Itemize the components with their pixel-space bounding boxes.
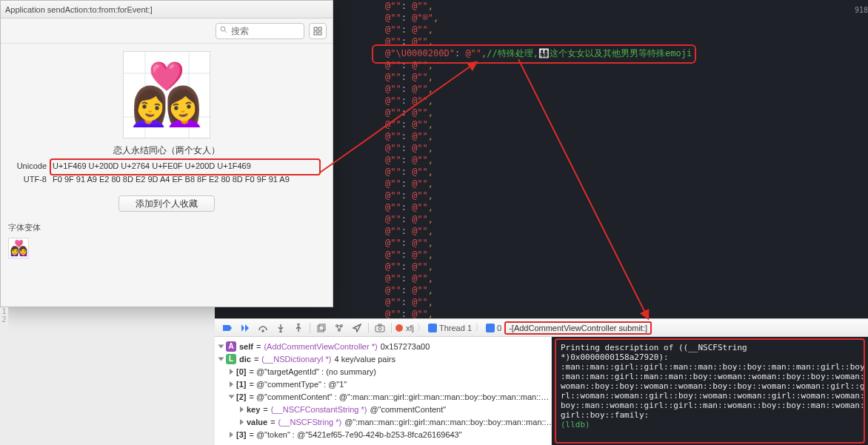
character-info-popover: Application sendAction:to:from:forEvent:…: [0, 0, 333, 307]
variable-row[interactable]: [1] = @"commentType" : @"1": [215, 378, 551, 390]
code-line[interactable]: @"": @"",: [385, 0, 868, 12]
code-line[interactable]: @"\U0000200D": @"",//特殊处理,👨‍👩‍👧‍👦这个女女以及其…: [385, 47, 868, 59]
codepoint-table: UnicodeU+1F469 U+200D U+2764 U+FE0F U+20…: [1, 161, 333, 188]
code-line[interactable]: @"": @"®",: [385, 12, 868, 24]
variant-section-title: 字体变体: [8, 222, 325, 233]
popover-title: Application sendAction:to:from:forEvent:…: [1, 1, 333, 19]
debug-panel: xfj 〉 Thread 1 〉 0 -[AddCommentViewContr…: [215, 318, 868, 445]
disclosure-triangle-icon[interactable]: [240, 419, 244, 425]
console-output: Printing description of ((__NSCFString *…: [555, 338, 865, 444]
kind-badge: L: [226, 354, 236, 364]
codepoint-label: Unicode: [8, 161, 47, 170]
code-line[interactable]: @"": @"",: [385, 95, 868, 107]
code-line[interactable]: @"": @"",: [385, 71, 868, 83]
disclosure-triangle-icon[interactable]: [230, 369, 233, 375]
console-line: Printing description of ((__NSCFString *…: [561, 343, 859, 362]
search-input[interactable]: [216, 23, 304, 39]
code-line[interactable]: @"": @"",: [385, 237, 868, 249]
code-line[interactable]: @"": @"",: [385, 154, 868, 166]
console-line: rl::woman::woman::girl::boy::woman::woma…: [561, 391, 859, 401]
variable-row[interactable]: [0] = @"targetAgentId" : (no summary): [215, 365, 551, 378]
code-line[interactable]: @"": @"",: [385, 83, 868, 95]
code-line[interactable]: @"": @"",: [385, 190, 868, 201]
variable-row[interactable]: [2] = @"commentContent" : @":man::man::g…: [215, 390, 551, 403]
code-line[interactable]: @"": @"",: [385, 36, 868, 47]
code-line[interactable]: @"": @"",: [385, 166, 868, 178]
popover-toolbar: [1, 19, 333, 44]
disclosure-triangle-icon[interactable]: [218, 344, 224, 348]
disclosure-triangle-icon[interactable]: [230, 432, 233, 438]
debug-memory-graph-button[interactable]: [331, 321, 347, 335]
step-over-button[interactable]: [255, 321, 271, 335]
variable-row[interactable]: Ldic = (__NSDictionaryI *) 4 key/value p…: [215, 352, 551, 365]
code-line[interactable]: @"": @"",: [385, 272, 868, 284]
jump-bar[interactable]: xfj 〉 Thread 1 〉 0 -[AddCommentViewContr…: [395, 321, 864, 335]
search-field[interactable]: [231, 26, 301, 36]
variable-row[interactable]: value = (__NSCFString *) @":man::man::gi…: [215, 415, 551, 428]
svg-rect-2: [314, 27, 317, 30]
code-line[interactable]: @"": @"",: [385, 284, 868, 296]
disclosure-triangle-icon[interactable]: [230, 381, 233, 387]
svg-rect-12: [319, 324, 325, 330]
disclosure-triangle-icon[interactable]: [240, 406, 244, 412]
svg-point-8: [280, 331, 281, 332]
svg-rect-16: [375, 326, 384, 332]
svg-rect-4: [314, 32, 317, 35]
console-line: :man::man::girl::girl::man::man::boy::bo…: [561, 362, 859, 372]
lldb-prompt[interactable]: (lldb): [561, 420, 859, 429]
svg-rect-11: [318, 326, 324, 332]
variable-row[interactable]: key = (__NSCFConstantString *) @"comment…: [215, 403, 551, 415]
toggle-breakpoints-button[interactable]: [219, 321, 236, 335]
grid-toggle-button[interactable]: [309, 23, 327, 39]
debug-view-hierarchy-button[interactable]: [313, 321, 330, 335]
code-line[interactable]: @"": @"",: [385, 261, 868, 272]
code-line[interactable]: @"": @"",: [385, 296, 868, 308]
svg-rect-18: [378, 324, 381, 326]
code-line[interactable]: @"": @"",: [385, 225, 868, 237]
step-into-button[interactable]: [273, 321, 289, 335]
code-line[interactable]: @"": @"",: [385, 24, 868, 36]
code-line[interactable]: @"": @"",: [385, 178, 868, 190]
codepoint-value: F0 9F 91 A9 E2 80 8D E2 9D A4 EF B8 8F E…: [53, 175, 325, 184]
line-number: 1: [0, 307, 8, 315]
code-line[interactable]: @"": @"",: [385, 201, 868, 213]
disclosure-triangle-icon[interactable]: [229, 395, 235, 398]
step-out-button[interactable]: [290, 321, 307, 335]
current-function[interactable]: -[AddCommentViewController submit:]: [504, 321, 652, 335]
variables-pane[interactable]: Aself = (AddCommentViewController *) 0x1…: [215, 337, 552, 445]
code-line[interactable]: @"": @"",: [385, 118, 868, 130]
left-gutter: 1 2: [0, 307, 8, 337]
emoji-name: 恋人永结同心（两个女人）: [1, 144, 333, 157]
variable-row[interactable]: Aself = (AddCommentViewController *) 0x1…: [215, 340, 551, 352]
svg-point-17: [378, 327, 381, 330]
code-line[interactable]: @"": @"",: [385, 142, 868, 154]
doc-counter: 918: [855, 6, 868, 14]
codepoint-row: UTF-8F0 9F 91 A9 E2 80 8D E2 9D A4 EF B8…: [8, 175, 325, 188]
svg-point-6: [262, 330, 264, 332]
svg-point-10: [298, 324, 299, 325]
svg-rect-3: [318, 27, 321, 30]
code-line[interactable]: @"": @"",: [385, 308, 868, 318]
frame-icon: [486, 324, 495, 332]
continue-button[interactable]: [237, 321, 253, 335]
code-line[interactable]: @"": @"",: [385, 130, 868, 142]
variable-row[interactable]: [3] = @"token" : @"5421ef65-7e90-424b-b2…: [215, 428, 551, 441]
disclosure-triangle-icon[interactable]: [218, 357, 224, 361]
font-variant-cell[interactable]: 👩‍❤️‍👩: [8, 238, 29, 258]
search-icon: [219, 25, 228, 36]
console-line: boy::man::woman::girl::girl::man::woman:…: [561, 401, 859, 410]
code-line[interactable]: @"": @"",: [385, 249, 868, 261]
svg-point-19: [395, 324, 403, 332]
thread-icon: [428, 324, 437, 332]
camera-icon[interactable]: [372, 321, 388, 335]
codepoint-row: UnicodeU+1F469 U+200D U+2764 U+FE0F U+20…: [8, 161, 325, 175]
code-line[interactable]: @"": @"",: [385, 107, 868, 118]
add-to-favorites-button[interactable]: 添加到个人收藏: [118, 195, 215, 212]
code-line[interactable]: @"": @"",: [385, 213, 868, 225]
codepoint-value: U+1F469 U+200D U+2764 U+FE0F U+200D U+1F…: [53, 161, 325, 170]
code-line[interactable]: @"": @"",: [385, 59, 868, 71]
console-pane[interactable]: Printing description of ((__NSCFString *…: [552, 337, 868, 445]
line-number: 2: [0, 315, 8, 324]
simulate-location-button[interactable]: [349, 321, 365, 335]
console-line: girl::boy::family:: [561, 410, 859, 420]
